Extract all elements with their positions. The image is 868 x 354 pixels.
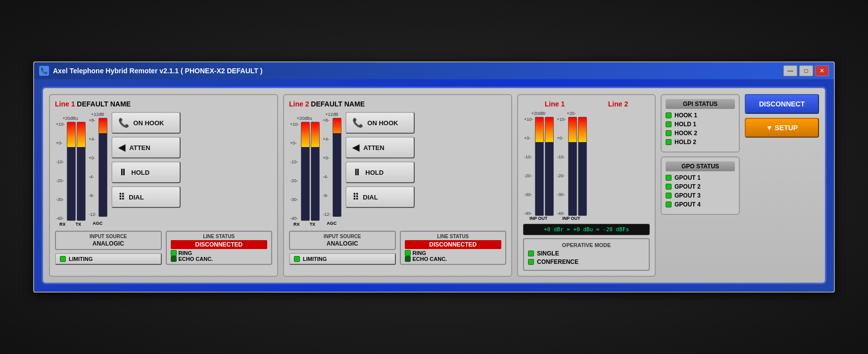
line2-status-box: LINE STATUS DISCONNECTED RING ECHO CANC.	[400, 231, 507, 265]
right-line2-meters: +20- +10- +0- -10- -20- -30- -40-	[556, 111, 586, 221]
line2-name: DEFAULT NAME	[311, 100, 365, 108]
gpo-status-panel: GPO STATUS GPOUT 1 GPOUT 2	[661, 156, 740, 215]
right-meters-area: +20dBr +10- +0- -10- -20- -30- -40-	[523, 111, 650, 221]
line2-agc-label: AGC	[327, 221, 337, 226]
line2-agc-meter: +12dB +8- +4- +0- -4- -8- -12-	[322, 112, 341, 227]
single-mode-led	[528, 251, 534, 256]
right-line1-meters: +20dBr +10- +0- -10- -20- -30- -40-	[523, 111, 554, 221]
line2-agc-bar	[333, 118, 341, 217]
line1-tx-label: TX	[76, 222, 82, 227]
conference-mode-led	[528, 259, 534, 265]
right-side-panels: GPI STATUS HOOK 1 HOLD 1	[661, 94, 819, 277]
gpo-out4: GPOUT 4	[666, 201, 735, 208]
gpi-hold1: HOLD 1	[666, 121, 735, 128]
line1-meters: +20dBu +10- +0- -10- -20- -30- -40-	[55, 112, 107, 227]
gpo-out1: GPOUT 1	[666, 174, 735, 181]
dial-icon: ⠿	[118, 192, 125, 202]
hold2-icon: ⏸	[352, 167, 361, 178]
dial2-icon: ⠿	[352, 192, 359, 202]
line1-ring-led	[171, 250, 177, 256]
gpo-out2-led	[666, 184, 672, 190]
line2-rx-meter: +20dBu +10- +0- -10- -20- -30- -40-	[289, 116, 320, 227]
hold-icon: ⏸	[118, 167, 127, 178]
maximize-button[interactable]: □	[799, 65, 813, 76]
gpi-hook1-led	[666, 112, 672, 118]
line1-hold-button[interactable]: ⏸ HOLD	[111, 161, 181, 183]
app-icon: 📞	[39, 66, 49, 76]
line1-limiting-button[interactable]: LIMITING	[55, 253, 162, 265]
line1-onhook-button[interactable]: 📞 ON HOOK	[111, 112, 181, 134]
single-mode-label: SINGLE	[537, 250, 559, 257]
main-content: Line 1 DEFAULT NAME +20dBu +10- +0-	[34, 79, 834, 292]
atten-icon: ◀	[118, 142, 125, 153]
right-meter-panel: Line 1 Line 2 +20dBr +10- +0- -10-	[517, 94, 656, 277]
gpi-hook2-led	[666, 130, 672, 136]
right-line1-out-bar	[545, 117, 554, 216]
gpi-gpo-section: GPI STATUS HOOK 1 HOLD 1	[661, 94, 819, 215]
action-buttons: DISCONNECT ▼ SETUP	[745, 94, 819, 215]
line2-bottom: INPUT SOURCE ANALOGIC LIMITING LINE STAT…	[289, 231, 506, 265]
main-window: 📞 Axel Telephone Hybrid Remoter v2.1.1 (…	[33, 61, 835, 293]
right-line1-inp-out-label: INP OUT	[530, 216, 547, 221]
right-line2-title: Line 2	[608, 100, 628, 108]
disconnect-button[interactable]: DISCONNECT	[745, 94, 819, 114]
phone2-icon: 📞	[352, 117, 363, 128]
line1-rx-meter: +20dBu +10- +0- -10- -20- -30- -40-	[55, 116, 86, 227]
line1-controls: 📞 ON HOOK ◀ ATTEN ⏸ HOLD ⠿	[111, 112, 181, 227]
line2-rx-label: RX	[293, 222, 300, 227]
line1-echo-row: ECHO CANC.	[171, 256, 268, 262]
single-mode-row: SINGLE	[528, 250, 645, 257]
line1-rx-label: RX	[59, 222, 66, 227]
title-bar: 📞 Axel Telephone Hybrid Remoter v2.1.1 (…	[34, 62, 834, 79]
close-button[interactable]: ✕	[815, 65, 829, 76]
phone-icon: 📞	[118, 117, 129, 128]
setup-button[interactable]: ▼ SETUP	[745, 118, 819, 138]
line2-input-source: INPUT SOURCE ANALOGIC	[289, 231, 396, 250]
line1-bottom: INPUT SOURCE ANALOGIC LIMITING LINE STAT…	[55, 231, 272, 265]
line1-title: Line 1 DEFAULT NAME	[55, 100, 272, 108]
line1-echo-led	[171, 256, 177, 262]
line1-limiting-led	[60, 256, 66, 262]
gpi-status-panel: GPI STATUS HOOK 1 HOLD 1	[661, 94, 740, 152]
line2-status-value: DISCONNECTED	[405, 240, 502, 249]
line1-status-value: DISCONNECTED	[171, 240, 268, 249]
line1-name: DEFAULT NAME	[77, 100, 131, 108]
operative-mode-box: OPERATIVE MODE SINGLE CONFERENCE	[523, 238, 650, 271]
gpo-out2: GPOUT 2	[666, 183, 735, 190]
line2-echo-led	[405, 256, 411, 262]
gpo-out4-led	[666, 202, 672, 207]
gpi-hold2: HOLD 2	[666, 139, 735, 146]
line2-rx-bar	[301, 122, 310, 221]
gpi-hook1: HOOK 1	[666, 112, 735, 119]
line2-ring-row: RING	[405, 250, 502, 256]
line2-tx-label: TX	[310, 222, 316, 227]
line1-dial-button[interactable]: ⠿ DIAL	[111, 186, 181, 208]
gpo-out3: GPOUT 3	[666, 192, 735, 199]
line2-limiting-button[interactable]: LIMITING	[289, 253, 396, 265]
right-line2-inp-out-label: INP OUT	[562, 216, 580, 221]
line2-hold-button[interactable]: ⏸ HOLD	[345, 161, 415, 183]
line2-atten-button[interactable]: ◀ ATTEN	[345, 137, 415, 158]
line2-onhook-button[interactable]: 📞 ON HOOK	[345, 112, 415, 134]
line2-meters: +20dBu +10- +0- -10- -20- -30- -40-	[289, 112, 341, 227]
line1-rx-bar	[67, 122, 76, 221]
gpi-hold1-led	[666, 121, 672, 127]
gpo-out1-led	[666, 175, 672, 181]
right-meter-titles: Line 1 Line 2	[523, 100, 650, 108]
gpi-hook2: HOOK 2	[666, 130, 735, 137]
line2-dial-button[interactable]: ⠿ DIAL	[345, 186, 415, 208]
line2-limiting-led	[294, 256, 300, 262]
line1-status-box: LINE STATUS DISCONNECTED RING ECHO CANC.	[166, 231, 273, 265]
line2-echo-row: ECHO CANC.	[405, 256, 502, 262]
dbr-display: +0 dBr = +0 dBu = -20 dBFs	[523, 224, 650, 235]
inner-panel: Line 1 DEFAULT NAME +20dBu +10- +0-	[42, 87, 826, 284]
line2-controls: 📞 ON HOOK ◀ ATTEN ⏸ HOLD ⠿	[345, 112, 415, 227]
window-controls: — □ ✕	[783, 65, 829, 76]
line1-agc-bar	[98, 118, 107, 217]
gpo-out3-led	[666, 193, 672, 199]
gpi-hold2-led	[666, 139, 672, 145]
line2-title: Line 2 DEFAULT NAME	[289, 100, 506, 108]
minimize-button[interactable]: —	[783, 65, 797, 76]
gpo-status-title: GPO STATUS	[666, 161, 735, 171]
line1-atten-button[interactable]: ◀ ATTEN	[111, 137, 181, 158]
